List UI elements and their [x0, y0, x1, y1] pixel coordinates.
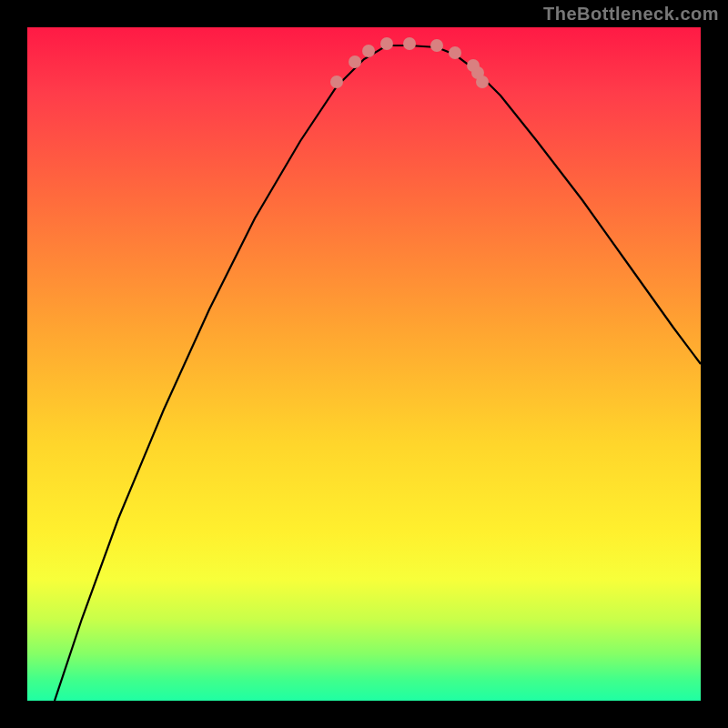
marker-dot — [349, 56, 361, 68]
curve-layer — [27, 27, 701, 701]
bottleneck-curve — [55, 46, 701, 701]
chart-frame: TheBottleneck.com — [0, 0, 728, 728]
marker-dot — [380, 37, 393, 50]
marker-dot — [476, 76, 489, 88]
marker-dot — [430, 39, 443, 52]
marker-dot — [403, 37, 416, 50]
watermark-text: TheBottleneck.com — [543, 4, 719, 25]
marker-dot — [449, 46, 461, 59]
marker-dot — [362, 45, 375, 57]
marker-dot — [330, 76, 343, 88]
